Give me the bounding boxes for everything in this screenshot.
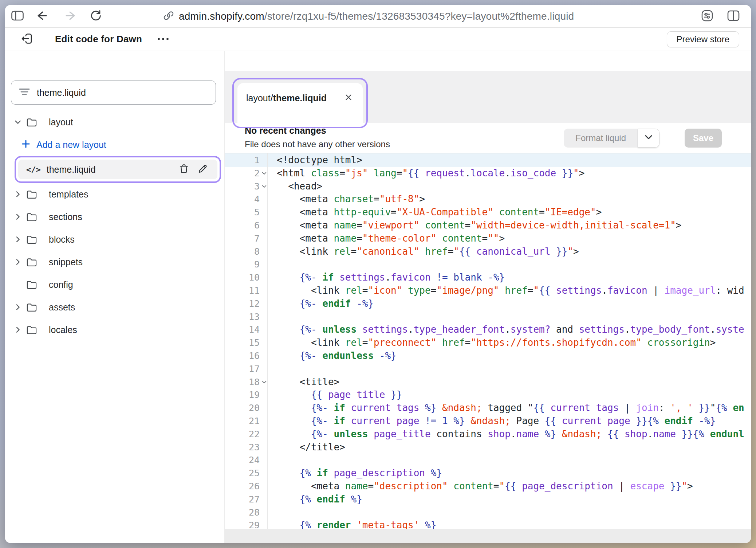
- file-tab-theme-liquid[interactable]: layout/theme.liquid: [237, 83, 363, 123]
- code-line[interactable]: {%- unless page_title contains shop.name…: [268, 428, 751, 441]
- forward-button[interactable]: [62, 8, 78, 24]
- file-search-box[interactable]: [11, 81, 216, 105]
- fold-toggle-icon[interactable]: [261, 377, 268, 387]
- code-line[interactable]: </title>: [268, 441, 751, 454]
- code-line[interactable]: {% endif %}: [268, 493, 751, 506]
- folder-icon: [26, 302, 44, 312]
- file-tree: layoutAdd a new layout</>theme.liquidtem…: [5, 111, 224, 341]
- format-liquid-button[interactable]: Format liquid: [564, 129, 638, 148]
- code-line[interactable]: {%- endif -%}: [268, 297, 751, 310]
- overflow-menu-button[interactable]: [155, 33, 171, 46]
- code-line[interactable]: {%- if current_tags %} &ndash; tagged "{…: [268, 402, 751, 415]
- code-editor[interactable]: 1234567891011121314151617181920212223242…: [225, 153, 751, 529]
- sidebar-item-assets[interactable]: assets: [5, 296, 224, 318]
- address-bar[interactable]: admin.shopify.com/store/rzq1xu-f5/themes…: [163, 10, 574, 23]
- reload-button[interactable]: [88, 8, 104, 24]
- line-number: 3: [225, 180, 267, 193]
- chevron-right-icon[interactable]: [14, 258, 26, 266]
- version-status: No recent changes File does not have any…: [245, 125, 390, 149]
- code-line[interactable]: <meta http-equiv="X-UA-Compatible" conte…: [268, 206, 751, 219]
- line-number: 24: [225, 454, 267, 467]
- code-line[interactable]: <html class="js" lang="{{ request.locale…: [268, 167, 751, 180]
- back-button[interactable]: [34, 8, 50, 24]
- sidebar-item-snippets[interactable]: snippets: [5, 251, 224, 273]
- code-content[interactable]: <!doctype html><html class="js" lang="{{…: [268, 154, 751, 529]
- code-line[interactable]: {%- endunless -%}: [268, 349, 751, 363]
- sidebar-item-sections[interactable]: sections: [5, 206, 224, 228]
- add-layout-button[interactable]: Add a new layout: [5, 133, 224, 156]
- chevron-right-icon[interactable]: [14, 190, 26, 198]
- fold-toggle-icon[interactable]: [261, 182, 268, 191]
- preview-store-button[interactable]: Preview store: [667, 31, 739, 47]
- code-line[interactable]: {%- unless settings.type_header_font.sys…: [268, 323, 751, 336]
- save-button[interactable]: Save: [685, 129, 722, 148]
- code-line[interactable]: <link rel="preconnect" href="https://fon…: [268, 336, 751, 349]
- code-line[interactable]: <meta name="theme-color" content="">: [268, 232, 751, 245]
- code-line[interactable]: <link rel="canonical" href="{{ canonical…: [268, 245, 751, 258]
- file-search-input[interactable]: [36, 87, 208, 98]
- folder-label: templates: [49, 189, 88, 200]
- chevron-right-icon[interactable]: [14, 303, 26, 311]
- tab-file-name: theme.liquid: [273, 93, 327, 103]
- code-line[interactable]: {% if page_description %}: [268, 467, 751, 480]
- browser-window: admin.shopify.com/store/rzq1xu-f5/themes…: [5, 5, 751, 543]
- file-highlight-ring: </>theme.liquid: [15, 156, 221, 183]
- sidebar-item-blocks[interactable]: blocks: [5, 228, 224, 251]
- page-settings-button[interactable]: [699, 8, 715, 24]
- sidebar-item-layout[interactable]: layout: [5, 111, 224, 133]
- code-line[interactable]: {% render 'meta-tags' %}: [268, 519, 751, 529]
- folder-label: snippets: [49, 257, 83, 267]
- code-line[interactable]: <meta name="description" content="{{ pag…: [268, 480, 751, 493]
- code-line[interactable]: [268, 363, 751, 376]
- line-number: 2: [225, 167, 267, 180]
- line-number: 19: [225, 388, 267, 402]
- rename-file-button[interactable]: [196, 162, 210, 177]
- format-liquid-dropdown-button[interactable]: [638, 129, 659, 148]
- code-line[interactable]: [268, 454, 751, 467]
- pencil-icon: [197, 163, 208, 176]
- line-number: 8: [225, 245, 267, 258]
- editor-header: No recent changes File does not have any…: [225, 123, 751, 153]
- code-line[interactable]: <head>: [268, 180, 751, 193]
- folder-label: config: [49, 279, 73, 290]
- fold-toggle-icon[interactable]: [261, 169, 268, 178]
- sidebar-item-locales[interactable]: locales: [5, 318, 224, 341]
- code-line[interactable]: {{ page_title }}: [268, 388, 751, 402]
- delete-file-button[interactable]: [177, 162, 191, 177]
- forward-arrow-icon: [64, 10, 76, 23]
- code-line[interactable]: [268, 258, 751, 271]
- chevron-down-icon[interactable]: [14, 118, 26, 126]
- split-view-icon: [727, 10, 740, 23]
- code-line[interactable]: [268, 506, 751, 519]
- code-line[interactable]: <meta charset="utf-8">: [268, 193, 751, 206]
- folder-icon: [26, 117, 44, 127]
- line-number-gutter: 1234567891011121314151617181920212223242…: [225, 154, 267, 529]
- code-line[interactable]: <link rel="icon" type="image/png" href="…: [268, 284, 751, 297]
- status-title: No recent changes: [245, 125, 390, 136]
- chevron-right-icon[interactable]: [14, 235, 26, 243]
- code-line[interactable]: {%- if settings.favicon != blank -%}: [268, 271, 751, 284]
- sidebar-item-templates[interactable]: templates: [5, 183, 224, 206]
- chevron-right-icon[interactable]: [14, 213, 26, 221]
- sidebar-item-theme.liquid[interactable]: </>theme.liquid: [18, 160, 217, 179]
- code-line[interactable]: [268, 310, 751, 324]
- code-line[interactable]: <meta name="viewport" content="width=dev…: [268, 219, 751, 232]
- line-number: 9: [225, 258, 267, 271]
- line-number: 16: [225, 349, 267, 363]
- sidebar-item-config[interactable]: config: [5, 273, 224, 296]
- folder-icon: [26, 234, 44, 244]
- split-view-button[interactable]: [725, 8, 741, 24]
- chevron-right-icon[interactable]: [14, 326, 26, 334]
- exit-code-editor-button[interactable]: [19, 31, 35, 47]
- line-number: 14: [225, 323, 267, 336]
- code-line[interactable]: <title>: [268, 376, 751, 389]
- code-line[interactable]: {%- if current_page != 1 %} &ndash; Page…: [268, 415, 751, 428]
- add-layout-label: Add a new layout: [36, 140, 106, 150]
- tab-close-button[interactable]: [342, 92, 355, 104]
- back-arrow-icon: [36, 10, 48, 23]
- code-line[interactable]: <!doctype html>: [268, 154, 751, 167]
- sidebar-toggle-button[interactable]: [9, 8, 25, 24]
- close-icon: [344, 93, 353, 103]
- status-subtitle: File does not have any other versions: [245, 139, 390, 149]
- filter-icon: [19, 87, 30, 98]
